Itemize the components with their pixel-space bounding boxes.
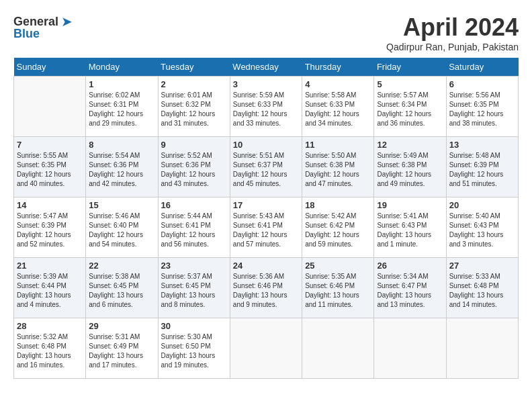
- cell-info: Sunrise: 5:38 AMSunset: 6:45 PMDaylight:…: [89, 273, 143, 308]
- cell-info: Sunrise: 5:59 AMSunset: 6:33 PMDaylight:…: [233, 91, 287, 127]
- calendar-cell: 15 Sunrise: 5:46 AMSunset: 6:40 PMDaylig…: [86, 197, 158, 258]
- day-number: 16: [161, 200, 227, 210]
- cell-info: Sunrise: 5:30 AMSunset: 6:50 PMDaylight:…: [161, 333, 216, 369]
- column-header-thursday: Thursday: [302, 58, 374, 77]
- cell-info: Sunrise: 5:32 AMSunset: 6:48 PMDaylight:…: [17, 333, 71, 369]
- header-row: SundayMondayTuesdayWednesdayThursdayFrid…: [14, 58, 519, 77]
- cell-info: Sunrise: 5:39 AMSunset: 6:44 PMDaylight:…: [17, 273, 71, 308]
- cell-info: Sunrise: 5:54 AMSunset: 6:36 PMDaylight:…: [89, 152, 143, 187]
- cell-info: Sunrise: 5:36 AMSunset: 6:46 PMDaylight:…: [233, 273, 287, 308]
- calendar-cell: 5 Sunrise: 5:57 AMSunset: 6:34 PMDayligh…: [374, 77, 446, 137]
- cell-info: Sunrise: 5:35 AMSunset: 6:46 PMDaylight:…: [305, 273, 359, 308]
- day-number: 9: [161, 140, 227, 150]
- day-number: 20: [449, 200, 515, 210]
- day-number: 12: [377, 140, 443, 150]
- day-number: 17: [233, 200, 299, 210]
- calendar-cell: 20 Sunrise: 5:40 AMSunset: 6:43 PMDaylig…: [446, 197, 518, 258]
- week-row-2: 7 Sunrise: 5:55 AMSunset: 6:35 PMDayligh…: [14, 137, 519, 197]
- calendar-cell: 27 Sunrise: 5:33 AMSunset: 6:48 PMDaylig…: [446, 258, 518, 318]
- column-header-monday: Monday: [86, 58, 158, 77]
- calendar-cell: 2 Sunrise: 6:01 AMSunset: 6:32 PMDayligh…: [158, 77, 230, 137]
- cell-info: Sunrise: 5:42 AMSunset: 6:42 PMDaylight:…: [305, 212, 359, 248]
- cell-info: Sunrise: 5:44 AMSunset: 6:41 PMDaylight:…: [161, 212, 216, 248]
- column-header-wednesday: Wednesday: [230, 58, 302, 77]
- day-number: 14: [17, 200, 83, 210]
- cell-info: Sunrise: 5:58 AMSunset: 6:33 PMDaylight:…: [305, 91, 359, 127]
- day-number: 19: [377, 200, 443, 210]
- column-header-tuesday: Tuesday: [158, 58, 230, 77]
- calendar-cell: 3 Sunrise: 5:59 AMSunset: 6:33 PMDayligh…: [230, 77, 302, 137]
- calendar-cell: 19 Sunrise: 5:41 AMSunset: 6:43 PMDaylig…: [374, 197, 446, 258]
- calendar-cell: [230, 318, 302, 379]
- column-header-sunday: Sunday: [14, 58, 86, 77]
- cell-info: Sunrise: 5:48 AMSunset: 6:39 PMDaylight:…: [449, 152, 504, 187]
- cell-info: Sunrise: 5:52 AMSunset: 6:36 PMDaylight:…: [161, 152, 216, 187]
- month-title: April 2024: [386, 13, 519, 42]
- day-number: 21: [17, 261, 83, 271]
- page-header: General ➤ Blue April 2024 Qadirpur Ran, …: [13, 13, 519, 52]
- calendar-cell: 30 Sunrise: 5:30 AMSunset: 6:50 PMDaylig…: [158, 318, 230, 379]
- calendar-cell: 12 Sunrise: 5:49 AMSunset: 6:38 PMDaylig…: [374, 137, 446, 197]
- calendar-cell: 25 Sunrise: 5:35 AMSunset: 6:46 PMDaylig…: [302, 258, 374, 318]
- day-number: 2: [161, 79, 227, 89]
- cell-info: Sunrise: 5:31 AMSunset: 6:49 PMDaylight:…: [89, 333, 143, 369]
- logo: General ➤ Blue: [13, 13, 73, 41]
- cell-info: Sunrise: 5:40 AMSunset: 6:43 PMDaylight:…: [449, 212, 504, 248]
- cell-info: Sunrise: 5:33 AMSunset: 6:48 PMDaylight:…: [449, 273, 504, 308]
- day-number: 25: [305, 261, 371, 271]
- day-number: 8: [89, 140, 154, 150]
- calendar-cell: 8 Sunrise: 5:54 AMSunset: 6:36 PMDayligh…: [86, 137, 158, 197]
- week-row-4: 21 Sunrise: 5:39 AMSunset: 6:44 PMDaylig…: [14, 258, 519, 318]
- day-number: 30: [161, 321, 227, 331]
- calendar-cell: 9 Sunrise: 5:52 AMSunset: 6:36 PMDayligh…: [158, 137, 230, 197]
- calendar-cell: 21 Sunrise: 5:39 AMSunset: 6:44 PMDaylig…: [14, 258, 86, 318]
- calendar-cell: 11 Sunrise: 5:50 AMSunset: 6:38 PMDaylig…: [302, 137, 374, 197]
- column-header-saturday: Saturday: [446, 58, 518, 77]
- day-number: 10: [233, 140, 299, 150]
- cell-info: Sunrise: 6:02 AMSunset: 6:31 PMDaylight:…: [89, 91, 143, 127]
- day-number: 28: [17, 321, 83, 331]
- calendar-cell: 13 Sunrise: 5:48 AMSunset: 6:39 PMDaylig…: [446, 137, 518, 197]
- logo-bird-icon: ➤: [61, 13, 73, 30]
- day-number: 7: [17, 140, 83, 150]
- day-number: 4: [305, 79, 371, 89]
- calendar-cell: 10 Sunrise: 5:51 AMSunset: 6:37 PMDaylig…: [230, 137, 302, 197]
- calendar-table: SundayMondayTuesdayWednesdayThursdayFrid…: [13, 58, 519, 379]
- title-section: April 2024 Qadirpur Ran, Punjab, Pakista…: [386, 13, 519, 52]
- calendar-cell: 26 Sunrise: 5:34 AMSunset: 6:47 PMDaylig…: [374, 258, 446, 318]
- day-number: 27: [449, 261, 515, 271]
- day-number: 26: [377, 261, 443, 271]
- calendar-cell: [302, 318, 374, 379]
- calendar-cell: 16 Sunrise: 5:44 AMSunset: 6:41 PMDaylig…: [158, 197, 230, 258]
- calendar-cell: 4 Sunrise: 5:58 AMSunset: 6:33 PMDayligh…: [302, 77, 374, 137]
- calendar-cell: 1 Sunrise: 6:02 AMSunset: 6:31 PMDayligh…: [86, 77, 158, 137]
- day-number: 11: [305, 140, 371, 150]
- week-row-1: 1 Sunrise: 6:02 AMSunset: 6:31 PMDayligh…: [14, 77, 519, 137]
- calendar-cell: 14 Sunrise: 5:47 AMSunset: 6:39 PMDaylig…: [14, 197, 86, 258]
- calendar-cell: 17 Sunrise: 5:43 AMSunset: 6:41 PMDaylig…: [230, 197, 302, 258]
- calendar-cell: 6 Sunrise: 5:56 AMSunset: 6:35 PMDayligh…: [446, 77, 518, 137]
- cell-info: Sunrise: 5:49 AMSunset: 6:38 PMDaylight:…: [377, 152, 431, 187]
- cell-info: Sunrise: 5:57 AMSunset: 6:34 PMDaylight:…: [377, 91, 431, 127]
- cell-info: Sunrise: 5:37 AMSunset: 6:45 PMDaylight:…: [161, 273, 216, 308]
- day-number: 18: [305, 200, 371, 210]
- cell-info: Sunrise: 5:51 AMSunset: 6:37 PMDaylight:…: [233, 152, 287, 187]
- day-number: 6: [449, 79, 515, 89]
- day-number: 3: [233, 79, 299, 89]
- cell-info: Sunrise: 5:56 AMSunset: 6:35 PMDaylight:…: [449, 91, 504, 127]
- day-number: 5: [377, 79, 443, 89]
- cell-info: Sunrise: 5:41 AMSunset: 6:43 PMDaylight:…: [377, 212, 431, 248]
- cell-info: Sunrise: 5:43 AMSunset: 6:41 PMDaylight:…: [233, 212, 287, 248]
- column-header-friday: Friday: [374, 58, 446, 77]
- day-number: 13: [449, 140, 515, 150]
- calendar-cell: 23 Sunrise: 5:37 AMSunset: 6:45 PMDaylig…: [158, 258, 230, 318]
- calendar-cell: 24 Sunrise: 5:36 AMSunset: 6:46 PMDaylig…: [230, 258, 302, 318]
- day-number: 29: [89, 321, 154, 331]
- day-number: 23: [161, 261, 227, 271]
- week-row-3: 14 Sunrise: 5:47 AMSunset: 6:39 PMDaylig…: [14, 197, 519, 258]
- day-number: 1: [89, 79, 154, 89]
- cell-info: Sunrise: 6:01 AMSunset: 6:32 PMDaylight:…: [161, 91, 216, 127]
- calendar-cell: 29 Sunrise: 5:31 AMSunset: 6:49 PMDaylig…: [86, 318, 158, 379]
- calendar-cell: 28 Sunrise: 5:32 AMSunset: 6:48 PMDaylig…: [14, 318, 86, 379]
- calendar-cell: [14, 77, 86, 137]
